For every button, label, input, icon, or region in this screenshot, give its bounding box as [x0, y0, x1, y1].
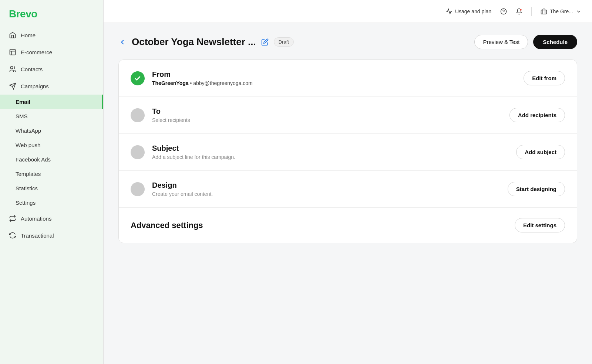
sidebar-item-statistics[interactable]: Statistics [0, 181, 103, 195]
pencil-icon [261, 38, 269, 46]
from-detail: TheGreenYoga • abby@thegreenyoga.com [152, 80, 516, 86]
back-arrow-icon [118, 38, 127, 46]
sidebar-item-email-label: Email [16, 99, 30, 105]
company-icon [541, 8, 547, 15]
sidebar-item-templates-label: Templates [16, 171, 41, 177]
sidebar-item-home-label: Home [21, 32, 36, 38]
sidebar-item-campaigns[interactable]: Campaigns [0, 78, 103, 95]
usage-plan-button[interactable]: Usage and plan [446, 8, 491, 15]
notifications-button[interactable] [516, 8, 522, 15]
content-area: October Yoga Newsletter ... Draft Previe… [104, 23, 592, 364]
schedule-button[interactable]: Schedule [533, 35, 577, 49]
sidebar-item-whatsapp-label: WhatsApp [16, 127, 41, 134]
sidebar-item-campaigns-label: Campaigns [21, 83, 49, 89]
sidebar-item-automations-label: Automations [21, 215, 51, 222]
sidebar-item-transactional[interactable]: Transactional [0, 227, 103, 244]
advanced-action: Edit settings [515, 218, 565, 232]
svg-rect-7 [541, 10, 546, 14]
design-content: Design Create your email content. [152, 181, 500, 197]
subject-action: Add subject [516, 145, 565, 159]
subject-status-icon [131, 145, 145, 159]
ecommerce-icon [9, 48, 16, 56]
help-icon [500, 8, 507, 15]
advanced-section: Advanced settings Edit settings [119, 208, 577, 243]
sidebar-item-transactional-label: Transactional [21, 232, 54, 239]
subject-section: Subject Add a subject line for this camp… [119, 134, 577, 171]
sidebar-item-ecommerce[interactable]: E-commerce [0, 44, 103, 61]
sidebar-item-sms-label: SMS [16, 113, 28, 119]
design-subtitle: Create your email content. [152, 191, 500, 197]
chevron-down-icon [576, 8, 582, 14]
add-recipients-button[interactable]: Add recipients [509, 108, 565, 122]
chart-icon [446, 8, 453, 15]
sidebar-item-webpush-label: Web push [16, 142, 40, 148]
checkmark-icon [134, 75, 141, 82]
to-content: To Select recipients [152, 107, 502, 123]
sidebar-item-contacts[interactable]: Contacts [0, 61, 103, 78]
preview-test-button[interactable]: Preview & Test [474, 35, 528, 49]
sidebar-item-templates[interactable]: Templates [0, 167, 103, 181]
sidebar-item-home[interactable]: Home [0, 27, 103, 44]
transactional-icon [9, 232, 16, 239]
edit-settings-button[interactable]: Edit settings [515, 218, 565, 232]
sidebar-item-statistics-label: Statistics [16, 185, 38, 191]
svg-rect-0 [10, 50, 16, 55]
topbar-divider [531, 7, 532, 16]
contacts-icon [9, 65, 16, 73]
edit-title-button[interactable] [261, 38, 269, 46]
design-action: Start designing [508, 182, 565, 196]
back-button[interactable] [118, 38, 127, 46]
page-title: October Yoga Newsletter ... [132, 36, 256, 48]
subject-content: Subject Add a subject line for this camp… [152, 144, 509, 160]
home-icon [9, 31, 16, 39]
to-title: To [152, 107, 502, 116]
main-area: Usage and plan The Gre... [104, 0, 592, 364]
edit-from-button[interactable]: Edit from [524, 71, 565, 85]
from-content: From TheGreenYoga • abby@thegreenyoga.co… [152, 70, 516, 86]
from-action: Edit from [524, 71, 565, 85]
svg-point-6 [520, 9, 522, 11]
to-action: Add recipients [509, 108, 565, 122]
to-subtitle: Select recipients [152, 117, 502, 123]
from-status-icon [131, 71, 145, 85]
sidebar-item-settings[interactable]: Settings [0, 195, 103, 210]
campaign-card: From TheGreenYoga • abby@thegreenyoga.co… [118, 59, 577, 243]
subject-subtitle: Add a subject line for this campaign. [152, 154, 509, 160]
design-section: Design Create your email content. Start … [119, 171, 577, 208]
sidebar-item-automations[interactable]: Automations [0, 210, 103, 227]
to-section: To Select recipients Add recipients [119, 97, 577, 134]
topbar: Usage and plan The Gre... [104, 0, 592, 23]
automations-icon [9, 215, 16, 222]
sidebar-item-facebook-ads[interactable]: Facebook Ads [0, 152, 103, 167]
campaigns-icon [9, 82, 16, 90]
sidebar-item-whatsapp[interactable]: WhatsApp [0, 123, 103, 138]
to-status-icon [131, 108, 145, 122]
sidebar-item-contacts-label: Contacts [21, 66, 43, 72]
design-title: Design [152, 181, 500, 190]
sidebar-item-email[interactable]: Email [0, 95, 103, 109]
company-menu[interactable]: The Gre... [541, 8, 582, 15]
start-designing-button[interactable]: Start designing [508, 182, 565, 196]
from-section: From TheGreenYoga • abby@thegreenyoga.co… [119, 60, 577, 97]
from-separator: • [190, 80, 193, 86]
bell-icon [516, 8, 522, 15]
sidebar-item-ecommerce-label: E-commerce [21, 49, 52, 55]
sidebar-item-webpush[interactable]: Web push [0, 138, 103, 152]
status-badge: Draft [274, 37, 294, 47]
sidebar-item-facebook-ads-label: Facebook Ads [16, 156, 51, 163]
sidebar-item-sms[interactable]: SMS [0, 109, 103, 123]
company-name: The Gre... [550, 8, 573, 14]
usage-plan-label: Usage and plan [455, 8, 491, 14]
logo-text: Brevo [9, 8, 37, 20]
from-name: TheGreenYoga [152, 80, 189, 86]
logo: Brevo [0, 0, 103, 27]
help-button[interactable] [500, 8, 507, 15]
svg-point-1 [10, 67, 13, 69]
sidebar-item-settings-label: Settings [16, 200, 36, 206]
add-subject-button[interactable]: Add subject [516, 145, 565, 159]
design-status-icon [131, 182, 145, 196]
subject-title: Subject [152, 144, 509, 153]
sidebar: Brevo Home E-commerce C [0, 0, 104, 364]
from-title: From [152, 70, 516, 79]
from-email: abby@thegreenyoga.com [193, 80, 253, 86]
